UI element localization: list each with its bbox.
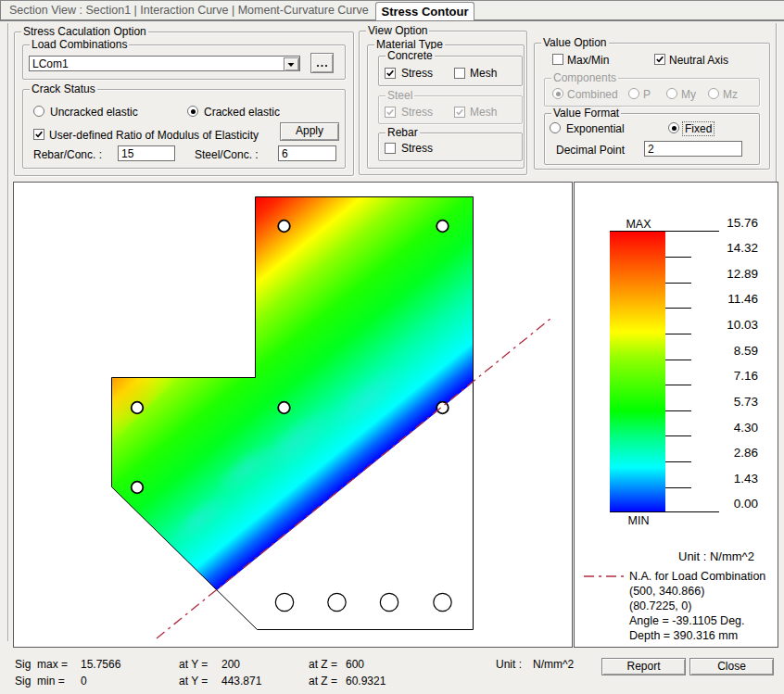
svg-text:5.73: 5.73 xyxy=(734,395,758,409)
svg-text:14.32: 14.32 xyxy=(727,241,758,255)
svg-text:Depth = 390.316 mm: Depth = 390.316 mm xyxy=(629,629,738,642)
svg-text:0.00: 0.00 xyxy=(734,497,758,511)
svg-text:MIN: MIN xyxy=(628,514,650,527)
svg-text:MAX: MAX xyxy=(626,218,651,231)
svg-text:(80.7225, 0): (80.7225, 0) xyxy=(629,599,691,612)
svg-text:Unit : N/mm^2: Unit : N/mm^2 xyxy=(678,549,754,563)
svg-text:11.46: 11.46 xyxy=(727,292,758,306)
svg-text:N.A. for Load Combination: N.A. for Load Combination xyxy=(629,570,765,583)
svg-text:8.59: 8.59 xyxy=(734,344,758,358)
svg-text:10.03: 10.03 xyxy=(727,318,758,332)
svg-text:4.30: 4.30 xyxy=(734,421,758,435)
svg-text:12.89: 12.89 xyxy=(727,267,758,281)
svg-text:1.43: 1.43 xyxy=(734,472,758,486)
svg-text:Angle = -39.1105 Deg.: Angle = -39.1105 Deg. xyxy=(629,614,745,627)
svg-text:2.86: 2.86 xyxy=(734,446,758,460)
svg-text:7.16: 7.16 xyxy=(734,369,758,383)
svg-text:15.76: 15.76 xyxy=(727,216,758,230)
svg-text:(500, 340.866): (500, 340.866) xyxy=(629,585,704,598)
